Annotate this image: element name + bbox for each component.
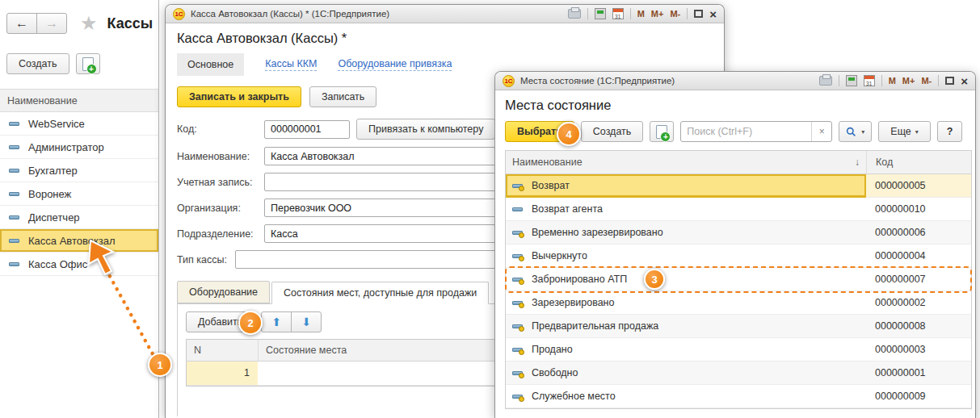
help-button[interactable]: ? [937, 121, 963, 142]
calculator-icon[interactable] [595, 8, 606, 19]
titlebar-separator [630, 8, 631, 19]
tab-kkm-link[interactable]: Кассы ККМ [265, 58, 317, 71]
name-column-label: Наименование [512, 157, 583, 168]
table-row-zabronirovano-atp[interactable]: Забронировано АТП 3 000000007 [506, 268, 971, 291]
list-item-accountant[interactable]: Бухгалтер [0, 159, 158, 182]
calendar-icon[interactable]: 31 [864, 75, 875, 86]
create-button[interactable]: Создать [581, 121, 644, 142]
item-dash-icon [9, 239, 19, 243]
department-label: Подразделение: [177, 228, 258, 240]
code-column-label: Код [876, 157, 893, 168]
cash-registers-panel: ← → ★ Кассы Создать Наименование WebServ… [0, 0, 159, 418]
create-by-copy-button[interactable] [76, 53, 100, 74]
row-name: Возврат агента [532, 203, 603, 215]
save-and-close-button[interactable]: Записать и закрыть [177, 86, 301, 107]
calendar-icon[interactable]: 31 [612, 8, 624, 19]
column-header-name[interactable]: Наименование ↓ [506, 151, 866, 173]
save-button[interactable]: Записать [309, 86, 376, 107]
move-up-button[interactable]: ⬆ [261, 311, 292, 332]
table-row-svobodno[interactable]: Свободно 000000001 [506, 362, 971, 385]
list-item-administrator[interactable]: Администратор [0, 136, 158, 159]
list-item-voronezh[interactable]: Воронеж [0, 182, 158, 206]
predefined-item-icon [512, 301, 523, 305]
annotation-step-2: 2 [238, 311, 263, 335]
desktop: ← → ★ Кассы Создать Наименование WebServ… [0, 0, 980, 418]
close-icon[interactable]: × [709, 8, 717, 20]
titlebar-separator [839, 75, 839, 86]
memory-recall-button[interactable]: M [889, 76, 896, 86]
sort-descending-icon[interactable]: ↓ [855, 157, 860, 168]
back-button[interactable]: ← [6, 13, 37, 34]
table-row-vremenno-zarezervirovano[interactable]: Временно зарезервировано 000000006 [506, 221, 971, 245]
search-options-button[interactable]: ▾ [839, 121, 872, 142]
forward-button[interactable]: → [36, 13, 67, 34]
subtab-seat-states[interactable]: Состояния мест, доступные для продажи [271, 282, 489, 304]
column-header-n[interactable]: N [187, 340, 258, 361]
row-name: Предварительная продажа [532, 320, 658, 332]
create-button[interactable]: Создать [6, 53, 69, 74]
row-code: 000000004 [866, 245, 971, 268]
maximize-icon[interactable] [694, 10, 703, 18]
item-dash-icon [9, 192, 19, 196]
bind-to-computer-button[interactable]: Привязать к компьютеру [356, 119, 495, 140]
memory-plus-button[interactable]: M+ [651, 9, 664, 19]
code-field[interactable] [264, 120, 350, 139]
list-item-kassa-avtovokzal[interactable]: Касса Автовокзал [0, 229, 158, 253]
places-titlebar[interactable]: 1С Места состояние (1С:Предприятие) 31 M… [495, 72, 975, 90]
list-item-webservice[interactable]: WebService [0, 112, 158, 136]
print-icon[interactable] [819, 76, 832, 86]
move-down-button[interactable]: ⬇ [291, 311, 322, 332]
close-icon[interactable]: × [961, 75, 968, 87]
row-code: 000000005 [866, 174, 971, 198]
row-code: 000000008 [866, 315, 971, 338]
calculator-icon[interactable] [846, 75, 857, 86]
memory-recall-button[interactable]: M [637, 9, 645, 19]
titlebar-separator [587, 8, 588, 19]
tab-equipment-binding-link[interactable]: Оборудование привязка [338, 58, 452, 71]
cashier-titlebar[interactable]: 1С Касса Автовокзал (Кассы) * (1С:Предпр… [166, 5, 724, 23]
item-dash-icon [512, 207, 523, 211]
more-button[interactable]: Еще ▾ [878, 121, 930, 142]
table-row-vozvrat[interactable]: Возврат 000000005 [506, 174, 971, 198]
row-name: Продано [532, 344, 573, 355]
memory-minus-button[interactable]: M- [670, 9, 680, 19]
row-code: 000000002 [866, 291, 971, 315]
table-row-vycherknuto[interactable]: Вычеркнуто 000000004 [506, 245, 971, 268]
search-clear-button[interactable]: × [811, 122, 831, 141]
list-item-dispatcher[interactable]: Диспетчер [0, 206, 158, 229]
memory-minus-button[interactable]: M- [921, 76, 932, 86]
table-row-predvaritelnaya-prodazha[interactable]: Предварительная продажа 000000008 [506, 315, 971, 338]
list-header: Наименование [0, 89, 158, 112]
table-row-prodano[interactable]: Продано 000000003 [506, 338, 971, 362]
maximize-icon[interactable] [945, 77, 954, 85]
predefined-item-icon [512, 278, 523, 282]
more-button-label: Еще [890, 126, 911, 137]
column-header-code[interactable]: Код [866, 151, 971, 173]
create-by-copy-button[interactable] [650, 121, 674, 142]
list-item-label: Администратор [28, 141, 104, 153]
row-number-cell[interactable]: 1 [187, 362, 258, 385]
item-dash-icon [9, 145, 19, 149]
memory-plus-button[interactable]: M+ [902, 76, 915, 86]
name-label: Наименование: [177, 151, 258, 162]
print-icon[interactable] [568, 9, 581, 19]
table-row-zarezervirovano[interactable]: Зарезервировано 000000002 [506, 291, 971, 315]
table-row-vozvrat-agenta[interactable]: Возврат агента 000000010 [506, 198, 971, 221]
subtab-equipment[interactable]: Оборудование [177, 281, 270, 303]
table-row-sluzhebnoe-mesto[interactable]: Служебное место 000000009 [506, 385, 971, 408]
list-item-label: Касса Офис [28, 258, 87, 270]
cashier-page-title: Касса Автовокзал (Кассы) * [177, 31, 724, 46]
row-name: Возврат [532, 180, 570, 191]
predefined-item-icon [512, 371, 523, 375]
places-page-title: Места состояние [505, 98, 970, 113]
predefined-item-icon [512, 254, 523, 258]
row-name: Вычеркнуто [532, 250, 587, 261]
predefined-item-icon [512, 348, 523, 352]
list-item-kassa-ofis[interactable]: Касса Офис [0, 253, 158, 276]
arrow-down-icon: ⬇ [301, 316, 311, 328]
new-document-plus-icon [656, 125, 667, 139]
favorite-star-icon[interactable]: ★ [80, 14, 98, 33]
tab-main[interactable]: Основное [177, 53, 244, 76]
search-input[interactable] [681, 126, 811, 137]
list-item-label: Диспетчер [28, 211, 80, 224]
